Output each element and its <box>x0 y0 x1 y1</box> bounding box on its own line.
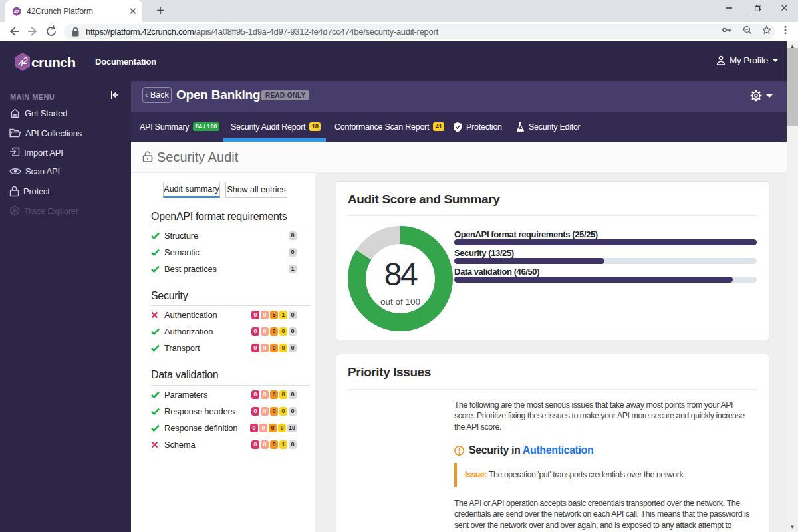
svg-text:crunch: crunch <box>31 55 75 70</box>
svg-text:2: 2 <box>22 55 28 66</box>
